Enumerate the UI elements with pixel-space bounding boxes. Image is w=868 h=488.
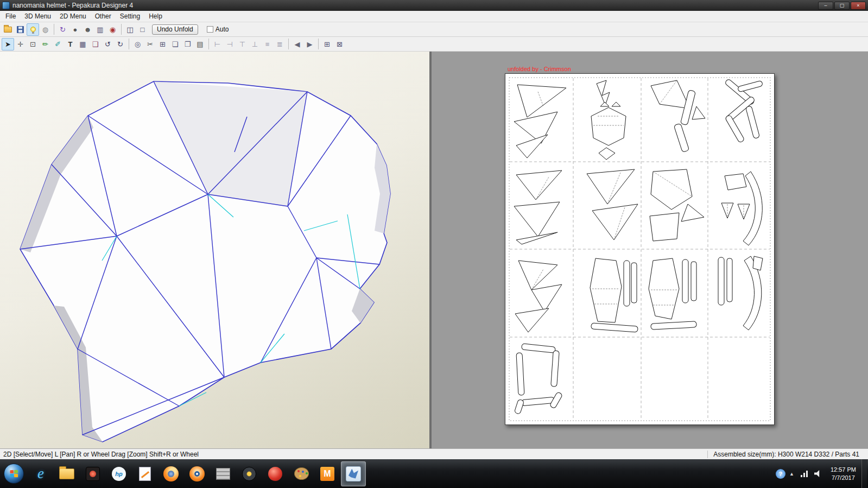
layout-both-panes-button[interactable]: ◫ xyxy=(124,23,136,36)
unfold-piece-group[interactable] xyxy=(718,256,763,330)
window-controls: – ▢ × xyxy=(817,2,866,10)
align-horizontal-button[interactable]: ≡ xyxy=(261,38,274,50)
material-button[interactable]: ◍ xyxy=(39,23,52,36)
menu-item[interactable]: 3D Menu xyxy=(20,11,55,21)
taskbar-explorer[interactable] xyxy=(54,461,79,486)
taskbar-blender[interactable] xyxy=(185,461,210,486)
taskbar-media-player[interactable] xyxy=(80,461,105,486)
taskbar-mail-app[interactable]: M xyxy=(315,461,340,486)
menu-item[interactable]: File xyxy=(1,11,20,21)
unfold-piece-group[interactable] xyxy=(591,80,626,160)
firefox-icon xyxy=(163,466,179,481)
pan-button[interactable]: ✛ xyxy=(14,38,27,50)
unfold-piece-group[interactable] xyxy=(514,85,566,158)
menu-item[interactable]: Other xyxy=(91,11,116,21)
assembled-size-status: Assembled size(mm): H300 W214 D332 / Par… xyxy=(707,451,868,458)
menu-item[interactable]: Help xyxy=(144,11,167,21)
taskbar-notes[interactable] xyxy=(132,461,157,486)
bricks-icon xyxy=(216,468,230,480)
new-page-button[interactable]: ❏ xyxy=(169,38,181,50)
arrange-all-button[interactable]: ⊠ xyxy=(333,38,346,50)
taskbar-firefox[interactable] xyxy=(159,461,183,486)
select-move-button[interactable]: ➤ xyxy=(2,38,14,50)
print-button[interactable]: ▤ xyxy=(194,38,206,50)
taskbar-pepakura-designer[interactable] xyxy=(341,461,366,486)
clock-date: 7/7/2017 xyxy=(831,474,856,482)
taskbar-camera-app[interactable] xyxy=(237,461,262,486)
unfold-piece-group[interactable] xyxy=(651,80,705,153)
2d-layout-pane[interactable]: unfolded by - Crimmson xyxy=(432,52,868,448)
rotate-part-left-button[interactable]: ◀ xyxy=(291,38,303,50)
pattern-page[interactable] xyxy=(505,73,775,425)
light-toggle-button[interactable] xyxy=(27,23,39,36)
export-page-button[interactable]: ❐ xyxy=(181,38,194,50)
maximize-button[interactable]: ▢ xyxy=(834,2,850,10)
divide-edge-button[interactable]: ✂ xyxy=(144,38,156,50)
taskbar-minesweeper[interactable] xyxy=(211,461,236,486)
rect-select-button[interactable]: ⊡ xyxy=(27,38,39,50)
taskbar-pepakura-viewer[interactable] xyxy=(263,461,288,486)
unfold-piece-group[interactable] xyxy=(721,172,762,245)
taskbar-paint[interactable] xyxy=(289,461,314,486)
network-icon[interactable] xyxy=(801,471,809,477)
undo-icon: ↺ xyxy=(105,40,111,48)
show-desktop-button[interactable] xyxy=(861,459,867,488)
close-button[interactable]: × xyxy=(851,2,866,10)
minimize-button[interactable]: – xyxy=(818,2,833,10)
select-arrow-icon: ➤ xyxy=(5,40,11,48)
help-tray-icon[interactable]: ? xyxy=(776,469,785,479)
redo-button[interactable]: ↻ xyxy=(114,38,126,50)
arrange-parts-button[interactable]: ⊞ xyxy=(321,38,333,50)
taskbar-hp[interactable]: hp xyxy=(106,461,131,486)
page-layout-button[interactable]: ⊞ xyxy=(156,38,169,50)
show-hidden-icons-arrow[interactable]: ▲ xyxy=(785,471,798,477)
save-button[interactable] xyxy=(14,23,27,36)
helmet-3d-model[interactable] xyxy=(0,52,429,448)
align-right-button[interactable]: ⊣ xyxy=(224,38,236,50)
open-button[interactable] xyxy=(2,23,14,36)
align-vertical-button[interactable]: ≣ xyxy=(274,38,286,50)
align-bottom-button[interactable]: ⊥ xyxy=(249,38,261,50)
align-top-button[interactable]: ⊤ xyxy=(236,38,249,50)
system-tray: ? ▲ 12:57 PM 7/7/2017 xyxy=(776,459,867,488)
start-button[interactable] xyxy=(4,464,24,484)
unfold-piece-group[interactable] xyxy=(515,261,562,332)
cube-button[interactable]: ❑ xyxy=(89,38,102,50)
taskbar-internet-explorer[interactable]: e xyxy=(28,461,53,486)
media-player-icon xyxy=(86,467,100,481)
auto-checkbox[interactable] xyxy=(207,26,213,33)
measure-button[interactable]: ▥ xyxy=(94,23,106,36)
menu-item[interactable]: 2D Menu xyxy=(55,11,91,21)
unfold-piece-group[interactable] xyxy=(514,170,562,244)
volume-icon[interactable] xyxy=(814,470,822,477)
rotate-part-right-button[interactable]: ▶ xyxy=(303,38,316,50)
red-sphere-icon xyxy=(268,467,282,481)
unfold-piece-group[interactable] xyxy=(725,79,763,143)
3d-view-pane[interactable] xyxy=(0,52,429,448)
sphere-view-button[interactable]: ● xyxy=(69,23,81,36)
brush-icon: ✐ xyxy=(55,40,61,48)
zoom-search-button[interactable]: ◉ xyxy=(106,23,119,36)
unfold-piece-group[interactable] xyxy=(590,258,638,332)
clock-time: 12:57 PM xyxy=(831,466,856,474)
layout-single-pane-button[interactable]: □ xyxy=(136,23,149,36)
unfold-piece-group[interactable] xyxy=(650,169,704,241)
pencil-button[interactable]: ✏ xyxy=(39,38,52,50)
unfold-piece-group[interactable] xyxy=(649,258,696,329)
spin-view-button[interactable]: ↻ xyxy=(56,23,69,36)
check-edges-button[interactable]: ◎ xyxy=(131,38,144,50)
brush-button[interactable]: ✐ xyxy=(52,38,64,50)
measure-icon: ▥ xyxy=(97,26,103,34)
undo-unfold-button[interactable]: Undo Unfold xyxy=(152,24,198,35)
menu-item[interactable]: Setting xyxy=(116,11,144,21)
image-button[interactable]: ▦ xyxy=(77,38,89,50)
unfold-piece-group[interactable] xyxy=(587,169,638,240)
text-button[interactable]: T xyxy=(64,38,77,50)
figure-scale-button[interactable]: ☻ xyxy=(81,23,94,36)
align-left-button[interactable]: ⊢ xyxy=(211,38,224,50)
unfold-piece-group[interactable] xyxy=(514,344,562,414)
pepakura-icon xyxy=(346,466,361,481)
undo-button[interactable]: ↺ xyxy=(102,38,114,50)
layout-both-icon: ◫ xyxy=(126,26,133,34)
taskbar-clock[interactable]: 12:57 PM 7/7/2017 xyxy=(825,466,861,482)
